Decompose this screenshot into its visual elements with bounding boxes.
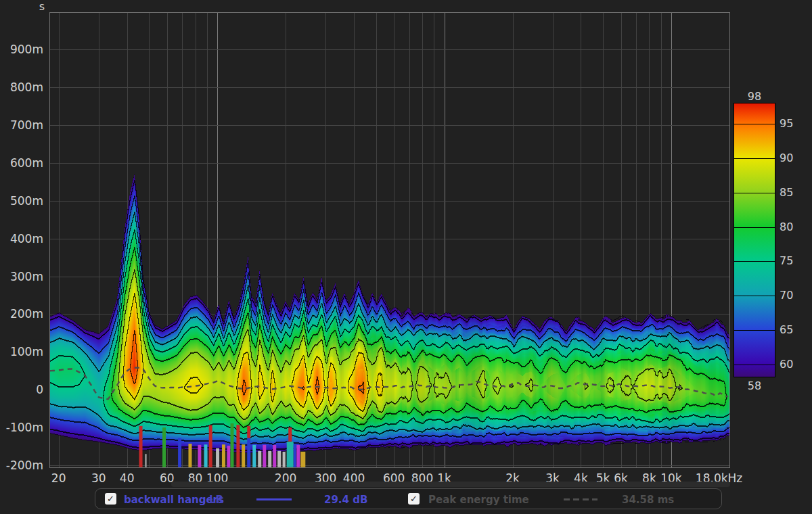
y-tick-label: 500m	[1, 194, 43, 208]
peak-energy-checkbox[interactable]: ✓	[408, 493, 420, 505]
color-scale-separator	[734, 124, 775, 124]
color-scale-max-label: 98	[734, 90, 775, 103]
y-tick-label: 0	[1, 383, 43, 396]
color-scale-tick-label: 65	[780, 323, 793, 336]
color-scale-separator	[734, 193, 775, 193]
y-tick-label: 300m	[1, 270, 43, 283]
color-scale-bar	[734, 103, 775, 377]
x-tick-label: 20	[51, 471, 66, 485]
y-tick-label: 100m	[1, 345, 43, 358]
y-tick-label: 900m	[1, 43, 43, 56]
trace-checkbox[interactable]: ✓	[105, 493, 116, 505]
color-scale-separator	[734, 227, 775, 228]
plot-area	[49, 12, 730, 468]
color-scale-separator	[734, 261, 775, 262]
y-tick-label: -100m	[1, 421, 43, 434]
color-scale-tick-label: 90	[780, 151, 793, 164]
peak-energy-line-sample	[564, 498, 597, 500]
legend-panel: ✓ backwall hangers LR 29.4 dB ✓ Peak ene…	[95, 488, 722, 509]
color-scale-tick-label: 70	[780, 289, 793, 302]
color-scale-tick-label: 75	[780, 254, 793, 267]
y-tick-label: 400m	[1, 232, 43, 246]
y-tick-label: 200m	[1, 307, 43, 321]
color-scale-tick-label: 85	[780, 186, 793, 199]
color-scale-tick-label: 80	[780, 220, 793, 233]
color-scale-separator	[734, 330, 775, 331]
trace-line-sample	[256, 498, 292, 500]
y-axis-unit: s	[18, 0, 45, 13]
x-tick-label: 40	[120, 471, 135, 485]
trace-channel-label: LR	[209, 494, 223, 506]
scroll-strip[interactable]	[171, 482, 730, 487]
y-tick-label: 700m	[1, 118, 43, 132]
color-scale-min-label: 58	[734, 379, 775, 392]
color-scale-tick-label: 95	[780, 117, 793, 130]
spectrogram-window: Spectrogram s 900m800m700m600m500m400m30…	[0, 0, 812, 514]
peak-energy-label: Peak energy time	[428, 494, 529, 506]
color-scale-separator	[734, 296, 775, 296]
trace-level-value: 29.4 dB	[324, 494, 367, 506]
color-scale-separator	[734, 365, 775, 365]
peak-energy-value: 34.58 ms	[622, 494, 674, 506]
y-tick-label: 600m	[1, 156, 43, 170]
y-tick-label: -200m	[1, 459, 43, 472]
x-tick-label: 30	[91, 471, 106, 485]
color-scale-tick-label: 60	[780, 358, 793, 371]
spectrogram-plot-canvas[interactable]	[50, 13, 729, 467]
y-tick-label: 800m	[1, 80, 43, 94]
color-scale-separator	[734, 158, 775, 159]
